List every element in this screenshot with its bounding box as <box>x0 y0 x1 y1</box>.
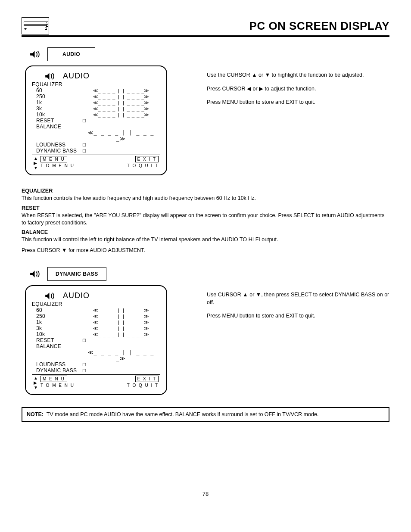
def-body: This function controls the low audio fre… <box>22 195 256 201</box>
audio-tag-row: AUDIO <box>22 47 181 61</box>
slider-icon[interactable]: ≪_ _ _ _ | | _ _ _ _≫ <box>81 332 160 337</box>
speaker-icon <box>45 72 57 80</box>
osd-reset[interactable]: RESET <box>32 337 81 343</box>
osd-equalizer-label: EQUALIZER <box>32 301 81 307</box>
osd-eq-60[interactable]: 60 <box>32 307 81 313</box>
osd-eq-250[interactable]: 250 <box>32 313 81 319</box>
osd-eq-1k[interactable]: 1k <box>32 100 81 106</box>
slider-icon[interactable]: ≪_ _ _ _ | | _ _ _ _≫ <box>81 88 160 93</box>
slider-icon[interactable]: ≪_ _ _ _ | | _ _ _ _≫ <box>81 130 160 142</box>
osd-exit-button[interactable]: E X I T <box>135 156 159 162</box>
slider-icon[interactable]: ≪_ _ _ _ | | _ _ _ _≫ <box>81 112 160 118</box>
def-body: When RESET is selected, the "ARE YOU SUR… <box>22 212 385 226</box>
header-rule <box>22 35 389 37</box>
osd-menu-button[interactable]: M E N U <box>40 156 67 162</box>
slider-icon[interactable]: ≪_ _ _ _ | | _ _ _ _≫ <box>81 349 160 361</box>
checkbox-icon[interactable]: ☐ <box>81 149 160 153</box>
instruction-line: Press CURSOR ◀ or ▶ to adjust the functi… <box>207 85 389 93</box>
checkbox-icon[interactable]: ☐ <box>81 368 160 373</box>
osd-menu-sub: T O M E N U <box>40 383 75 388</box>
def-head: BALANCE <box>22 229 389 236</box>
slider-icon[interactable]: ≪_ _ _ _ | | _ _ _ _≫ <box>81 320 160 325</box>
section-tag-audio: AUDIO <box>47 47 95 61</box>
svg-rect-2 <box>30 273 31 275</box>
osd-eq-3k[interactable]: 3k <box>32 106 81 112</box>
speaker-icon <box>30 270 42 278</box>
slider-icon[interactable]: ≪_ _ _ _ | | _ _ _ _≫ <box>81 106 160 112</box>
osd-loudness[interactable]: LOUDNESS <box>32 361 81 367</box>
def-head: RESET <box>22 205 389 212</box>
osd-dynamic-bass[interactable]: DYNAMIC BASS <box>32 367 81 373</box>
page-title: PC ON SCREEN DISPLAY <box>249 19 389 33</box>
checkbox-icon[interactable]: ☐ <box>81 362 160 367</box>
checkbox-icon[interactable]: ☐ <box>81 143 160 147</box>
slider-icon[interactable]: ≪_ _ _ _ | | _ _ _ _≫ <box>81 100 160 106</box>
section-dynamic-bass: DYNAMIC BASS AUDIO EQUALIZER 60≪_ _ _ _ … <box>22 267 389 395</box>
checkbox-icon[interactable]: ☐ <box>81 118 160 123</box>
osd-menu-sub: T O M E N U <box>40 163 75 168</box>
osd-eq-10k[interactable]: 10k <box>32 331 81 337</box>
slider-icon[interactable]: ≪_ _ _ _ | | _ _ _ _≫ <box>81 326 160 331</box>
osd-exit-button[interactable]: E X I T <box>135 376 159 382</box>
osd-title: AUDIO <box>63 72 90 81</box>
audio-instructions: Use the CURSOR ▲ or ▼ to highlight the f… <box>207 47 389 112</box>
osd-title: AUDIO <box>63 291 90 300</box>
slider-icon[interactable]: ≪_ _ _ _ | | _ _ _ _≫ <box>81 94 160 100</box>
note-label: NOTE: <box>27 411 44 417</box>
osd-dynamic-bass[interactable]: DYNAMIC BASS <box>32 148 81 154</box>
osd-menu-button[interactable]: M E N U <box>40 376 67 382</box>
osd-balance[interactable]: BALANCE <box>32 124 81 130</box>
instruction-line: Use CURSOR ▲ or ▼, then press SELECT to … <box>207 291 389 306</box>
slider-icon[interactable]: ≪_ _ _ _ | | _ _ _ _≫ <box>81 308 160 313</box>
definitions: EQUALIZERThis function controls the low … <box>22 187 389 254</box>
nav-arrows-icon: ▲▶▼ <box>34 376 38 390</box>
note-text: TV mode and PC mode AUDIO have the same … <box>47 411 319 417</box>
osd-exit-sub: T O Q U I T <box>127 163 159 168</box>
osd-exit-sub: T O Q U I T <box>127 383 159 388</box>
extra-instruction: Press CURSOR ▼ for more AUDIO ADJUSTMENT… <box>22 247 389 254</box>
osd-eq-250[interactable]: 250 <box>32 93 81 100</box>
osd-reset[interactable]: RESET <box>32 118 81 124</box>
section-tag-dynbass: DYNAMIC BASS <box>47 267 106 281</box>
section-audio: AUDIO AUDIO EQUALIZER 60≪_ _ _ _ | | _ _… <box>22 47 389 175</box>
def-head: EQUALIZER <box>22 187 389 195</box>
speaker-icon <box>45 292 57 300</box>
osd-eq-1k[interactable]: 1k <box>32 319 81 325</box>
svg-rect-3 <box>45 295 46 297</box>
dynbass-tag-row: DYNAMIC BASS <box>22 267 181 281</box>
osd-eq-60[interactable]: 60 <box>32 87 81 93</box>
nav-arrows-icon: ▲▶▼ <box>34 156 38 170</box>
page-number: 78 <box>22 491 389 497</box>
instruction-line: Press MENU button to store and EXIT to q… <box>207 99 389 106</box>
osd-loudness[interactable]: LOUDNESS <box>32 142 81 148</box>
osd-dynbass-menu: AUDIO EQUALIZER 60≪_ _ _ _ | | _ _ _ _≫ … <box>25 285 167 395</box>
osd-eq-10k[interactable]: 10k <box>32 112 81 118</box>
osd-balance[interactable]: BALANCE <box>32 343 81 349</box>
manual-logo-icon: ◂▸ <box>22 17 49 34</box>
svg-rect-0 <box>30 53 31 55</box>
page-header: ◂▸ PC ON SCREEN DISPLAY <box>22 17 389 34</box>
dynbass-instructions: Use CURSOR ▲ or ▼, then press SELECT to … <box>207 267 389 326</box>
note-box: NOTE: TV mode and PC mode AUDIO have the… <box>22 407 389 422</box>
def-body: This function will control the left to r… <box>22 236 278 243</box>
osd-equalizer-label: EQUALIZER <box>32 81 81 87</box>
osd-eq-3k[interactable]: 3k <box>32 325 81 331</box>
osd-audio-menu: AUDIO EQUALIZER 60≪_ _ _ _ | | _ _ _ _≫ … <box>25 65 167 175</box>
slider-icon[interactable]: ≪_ _ _ _ | | _ _ _ _≫ <box>81 314 160 319</box>
checkbox-icon[interactable]: ☐ <box>81 338 160 343</box>
instruction-line: Press MENU button to store and EXIT to q… <box>207 312 389 320</box>
svg-rect-1 <box>45 75 46 77</box>
instruction-line: Use the CURSOR ▲ or ▼ to highlight the f… <box>207 72 389 79</box>
speaker-icon <box>30 50 42 58</box>
